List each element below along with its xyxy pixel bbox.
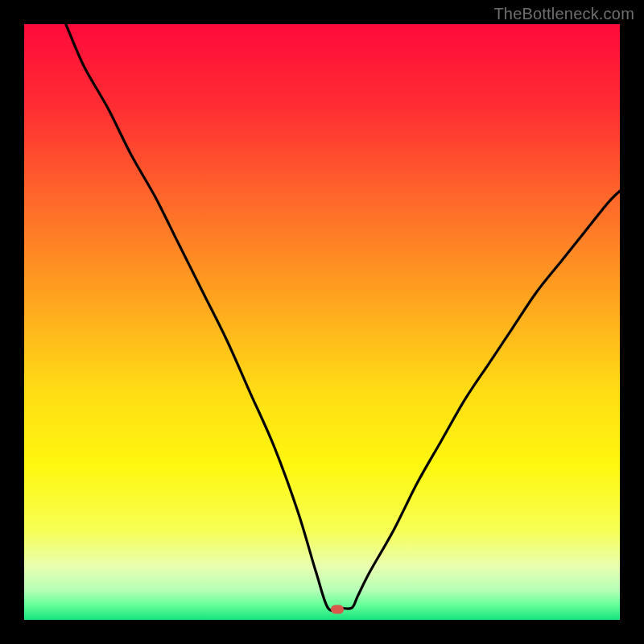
chart-stage: TheBottleneck.com [0,0,644,644]
bottleneck-curve [24,24,620,620]
plot-area [24,24,620,620]
optimal-point-marker [331,605,344,614]
watermark-text: TheBottleneck.com [493,5,634,23]
